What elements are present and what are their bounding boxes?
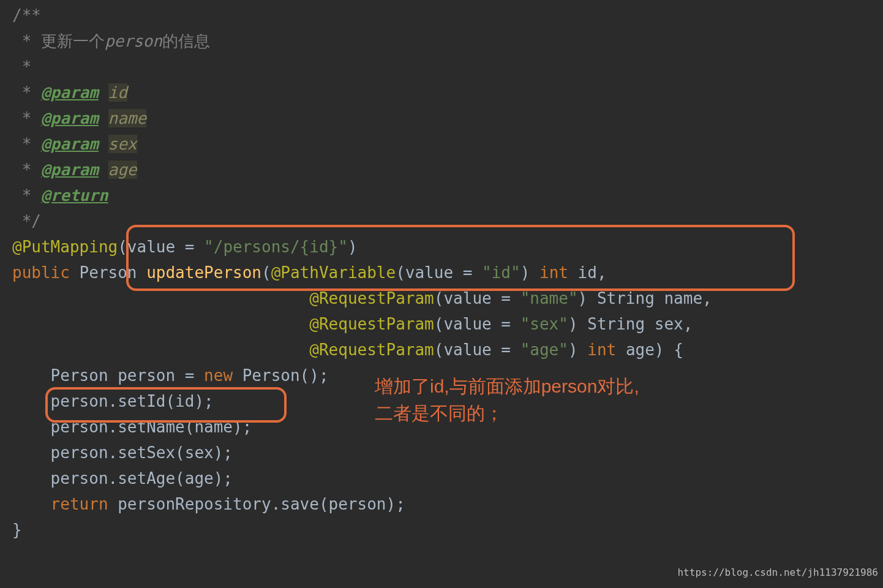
code-line: person.setId(id); bbox=[12, 392, 214, 410]
code-line: public Person updatePerson(@PathVariable… bbox=[12, 263, 607, 282]
code-line: person.setAge(age); bbox=[12, 469, 233, 488]
code-line: @PutMapping(value = "/persons/{id}") bbox=[12, 238, 358, 256]
code-line: @RequestParam(value = "name") String nam… bbox=[12, 289, 712, 307]
code-line: * @param sex bbox=[12, 135, 137, 153]
code-line: * @param id bbox=[12, 83, 127, 102]
watermark: https://blog.csdn.net/jh1137921986 bbox=[677, 560, 878, 586]
code-line: /** bbox=[12, 6, 41, 24]
code-line: */ bbox=[12, 212, 41, 230]
code-line: person.setSex(sex); bbox=[12, 443, 233, 462]
code-line: * @param age bbox=[12, 160, 137, 179]
code-line: } bbox=[12, 521, 22, 539]
code-line: * @param name bbox=[12, 109, 146, 127]
code-line: * 更新一个person的信息 bbox=[12, 32, 210, 50]
code-line: person.setName(name); bbox=[12, 418, 252, 436]
code-line: @RequestParam(value = "age") int age) { bbox=[12, 341, 683, 359]
code-line: @RequestParam(value = "sex") String sex, bbox=[12, 315, 693, 333]
code-line: Person person = new Person(); bbox=[12, 366, 329, 385]
code-line: * bbox=[12, 58, 31, 76]
code-line: return personRepository.save(person); bbox=[12, 495, 405, 513]
code-block: /** * 更新一个person的信息 * * @param id * @par… bbox=[0, 0, 883, 543]
code-line: * @return bbox=[12, 186, 108, 205]
